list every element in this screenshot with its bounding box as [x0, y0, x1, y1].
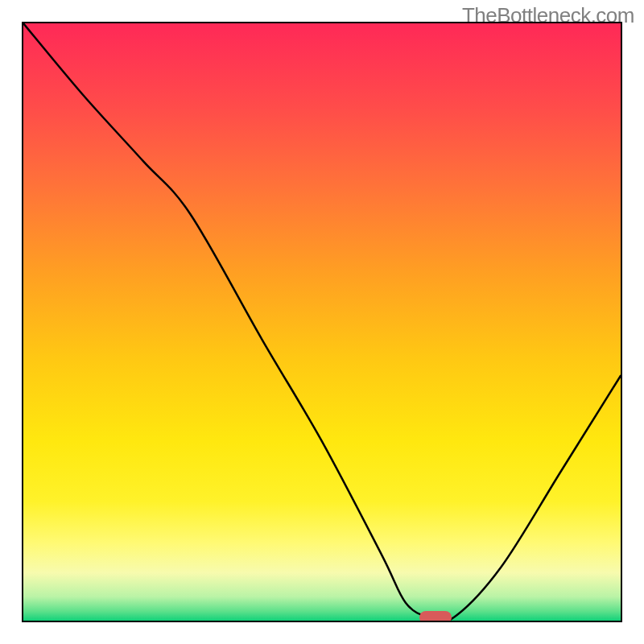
optimum-marker — [419, 611, 452, 621]
plot-frame — [22, 22, 622, 622]
plot-area — [23, 23, 621, 621]
bottleneck-curve — [23, 23, 621, 621]
chart-container: TheBottleneck.com — [0, 0, 644, 644]
